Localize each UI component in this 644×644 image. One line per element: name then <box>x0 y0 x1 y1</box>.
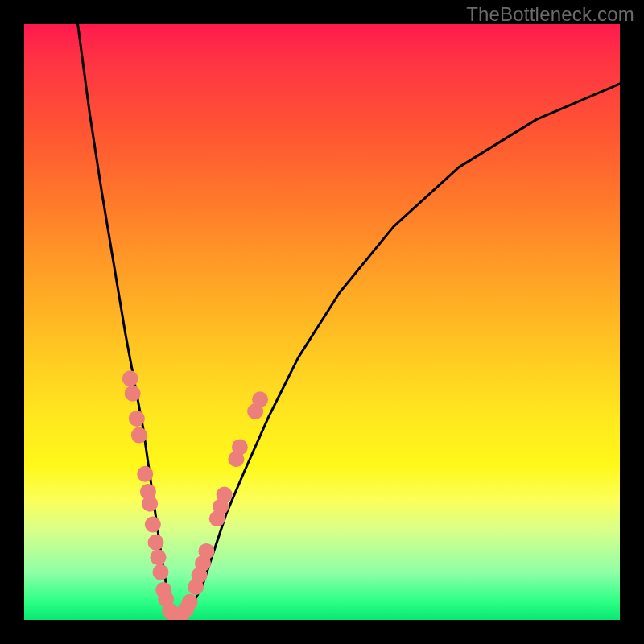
highlight-dot <box>145 517 161 533</box>
highlight-dot <box>182 594 198 610</box>
highlight-dot <box>252 391 268 407</box>
chart-svg <box>24 24 620 620</box>
highlight-dot <box>152 564 168 580</box>
highlight-dot <box>151 549 167 565</box>
highlight-dot <box>131 427 147 444</box>
highlight-dot <box>125 386 141 402</box>
highlight-dot <box>129 411 145 427</box>
highlight-dot <box>198 543 214 559</box>
highlight-dot <box>137 466 153 482</box>
highlight-dot <box>217 487 233 503</box>
plot-area <box>24 24 620 620</box>
highlight-dot <box>142 496 158 512</box>
watermark-text: TheBottleneck.com <box>466 3 634 26</box>
highlight-dot <box>148 535 164 551</box>
chart-frame: TheBottleneck.com <box>0 0 644 644</box>
highlight-dot <box>122 370 138 386</box>
highlight-dot <box>232 439 248 455</box>
